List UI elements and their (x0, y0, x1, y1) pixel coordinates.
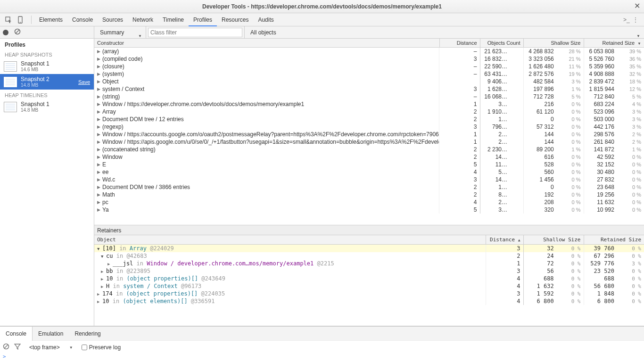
disclosure-icon[interactable]: ▶ (97, 162, 102, 167)
table-row[interactable]: ▶Array 2 1 9101 % 61 1200 % 523 0963 % (94, 108, 644, 115)
disclosure-icon[interactable]: ▶ (97, 292, 102, 296)
table-row[interactable]: ▶Wd.c 3 140 % 1 4560 % 27 8320 % (94, 176, 644, 183)
constructor-table[interactable]: Constructor Distance Objects Count Shall… (94, 39, 644, 225)
class-filter-input[interactable] (148, 28, 242, 37)
retainers-table[interactable]: Object Distance ▲ Shallow Size Retained … (94, 235, 644, 326)
ret-col-distance[interactable]: Distance ▲ (486, 235, 523, 245)
retainer-row[interactable]: ▼[10] in Array @224029 3 320 % 39 7600 % (94, 245, 644, 253)
disclosure-icon[interactable]: ▶ (97, 140, 102, 144)
disclosure-icon[interactable]: ▶ (107, 262, 112, 266)
table-row[interactable]: ▶(compiled code) 3 16 83210 % 3 323 0562… (94, 55, 644, 63)
disclosure-icon[interactable]: ▶ (101, 277, 106, 281)
console-filter-icon[interactable] (14, 343, 21, 351)
table-row[interactable]: ▶Window / https://apis.google.com/u/0/se… (94, 138, 644, 146)
table-row[interactable]: ▶(regexp) 3 7960 % 57 3120 % 442 1763 % (94, 123, 644, 131)
table-row[interactable]: ▶(array) – 21 62313 % 4 268 83228 % 6 05… (94, 48, 644, 56)
table-row[interactable]: ▶(concatenated string) 2 2 2300 % 89 200… (94, 146, 644, 153)
snapshot-item[interactable]: Snapshot 1 14.6 MB (0, 58, 94, 74)
table-row[interactable]: ▶Math 2 80 % 1920 % 19 2560 % (94, 191, 644, 198)
tab-elements[interactable]: Elements (34, 13, 67, 26)
disclosure-icon[interactable]: ▶ (97, 117, 102, 122)
tab-network[interactable]: Network (128, 13, 158, 26)
disclosure-icon[interactable]: ▶ (97, 177, 102, 182)
table-row[interactable]: ▶pc 4 20 % 2080 % 11 6320 % (94, 198, 644, 206)
retainer-row[interactable]: ▶bb in @223895 3 560 % 23 5200 % (94, 267, 644, 275)
disclosure-icon[interactable]: ▶ (97, 102, 102, 107)
snapshot-item[interactable]: Snapshot 1 14.8 MB (0, 99, 94, 115)
disclosure-icon[interactable]: ▶ (97, 170, 102, 174)
ret-col-shallow[interactable]: Shallow Size (523, 235, 584, 245)
ret-col-retained[interactable]: Retained Size (584, 235, 644, 245)
disclosure-icon[interactable]: ▶ (97, 87, 102, 91)
disclosure-icon[interactable]: ▶ (97, 57, 102, 61)
col-constructor[interactable]: Constructor (94, 39, 439, 48)
close-icon[interactable]: ✕ (634, 1, 640, 10)
table-row[interactable]: ▶Window / https://developer.chrome.com/d… (94, 100, 644, 108)
table-row[interactable]: ▶Document DOM tree / 12 entries 2 10 % 0… (94, 115, 644, 123)
preserve-log[interactable]: Preserve log (82, 344, 121, 351)
snapshot-item[interactable]: Snapshot 2 14.8 MB Save (0, 74, 94, 90)
disclosure-icon[interactable]: ▶ (97, 147, 102, 152)
drawer-tab-rendering[interactable]: Rendering (69, 327, 106, 341)
disclosure-icon[interactable]: ▶ (101, 269, 106, 274)
disclosure-icon[interactable]: ▶ (97, 200, 102, 205)
retainer-row[interactable]: ▶H in system / Context @96173 4 1 6320 %… (94, 282, 644, 290)
objects-select[interactable]: All objects (244, 26, 644, 39)
device-icon[interactable] (16, 15, 25, 25)
disclosure-icon[interactable]: ▶ (97, 155, 102, 159)
clear-icon[interactable] (14, 28, 21, 36)
disclosure-icon[interactable]: ▼ (101, 254, 106, 259)
table-row[interactable]: ▶(string) – 16 06810 % 712 7285 % 712 84… (94, 93, 644, 100)
col-distance[interactable]: Distance (439, 39, 480, 48)
disclosure-icon[interactable]: ▶ (97, 132, 102, 137)
retainer-row[interactable]: ▼cu in @42683 2 240 % 67 2960 % (94, 252, 644, 260)
col-shallow-size[interactable]: Shallow Size (523, 39, 584, 48)
tab-sources[interactable]: Sources (98, 13, 128, 26)
frame-select[interactable]: <top frame> (25, 343, 77, 352)
drawer-toggle-icon[interactable]: >_ (623, 16, 631, 23)
table-row[interactable]: ▶system / Context 3 1 6281 % 197 8961 % … (94, 85, 644, 93)
col-retained-size[interactable]: Retained Size (584, 39, 644, 48)
table-row[interactable]: ▶Object 9 4066 % 482 5843 % 2 839 47218 … (94, 78, 644, 85)
disclosure-icon[interactable]: ▶ (97, 299, 102, 304)
disclosure-icon[interactable]: ▶ (97, 185, 102, 189)
disclosure-icon[interactable]: ▶ (97, 64, 102, 69)
retainer-row[interactable]: ▶10 in (object properties)[] @243649 4 6… (94, 275, 644, 282)
view-select[interactable]: Summary (94, 26, 146, 39)
tab-audits[interactable]: Audits (253, 13, 278, 26)
table-row[interactable]: ▶Window / https://accounts.google.com/o/… (94, 131, 644, 138)
table-row[interactable]: ▶(closure) – 22 59013 % 1 626 48011 % 5 … (94, 63, 644, 70)
disclosure-icon[interactable]: ▼ (97, 247, 102, 251)
disclosure-icon[interactable]: ▶ (97, 207, 102, 212)
record-button[interactable] (3, 30, 8, 35)
table-row[interactable]: ▶Document DOM tree / 3866 entries 2 10 %… (94, 183, 644, 191)
inspect-icon[interactable] (4, 15, 13, 25)
tab-timeline[interactable]: Timeline (158, 13, 189, 26)
retainer-row[interactable]: ▶___jsl in Window / developer.chrome.com… (94, 260, 644, 267)
disclosure-icon[interactable]: ▶ (97, 94, 102, 99)
table-row[interactable]: ▶Window 2 140 % 6160 % 42 5920 % (94, 153, 644, 161)
disclosure-icon[interactable]: ▶ (97, 49, 102, 54)
table-row[interactable]: ▶E 5 110 % 5280 % 32 1520 % (94, 161, 644, 168)
table-row[interactable]: ▶ee 4 50 % 5600 % 30 4800 % (94, 168, 644, 176)
disclosure-icon[interactable]: ▶ (97, 79, 102, 84)
console-prompt[interactable]: > (0, 354, 644, 362)
tab-resources[interactable]: Resources (217, 13, 253, 26)
preserve-log-checkbox[interactable] (82, 345, 87, 350)
save-link[interactable]: Save (78, 79, 90, 85)
console-clear-icon[interactable] (3, 343, 9, 351)
tab-profiles[interactable]: Profiles (189, 13, 217, 26)
settings-icon[interactable]: ⋮ (633, 16, 640, 23)
table-row[interactable]: ▶Ya 5 30 % 3200 % 10 9920 % (94, 206, 644, 214)
drawer-tab-console[interactable]: Console (0, 327, 33, 341)
disclosure-icon[interactable]: ▶ (97, 72, 102, 76)
disclosure-icon[interactable]: ▶ (97, 124, 102, 129)
drawer-tab-emulation[interactable]: Emulation (33, 327, 69, 341)
retainer-row[interactable]: ▶174 in (object properties)[] @224035 3 … (94, 290, 644, 297)
disclosure-icon[interactable]: ▶ (101, 284, 106, 289)
disclosure-icon[interactable]: ▶ (97, 192, 102, 197)
retainer-row[interactable]: ▶10 in (object elements)[] @336591 4 6 8… (94, 297, 644, 305)
col-objects-count[interactable]: Objects Count (480, 39, 523, 48)
tab-console[interactable]: Console (67, 13, 98, 26)
disclosure-icon[interactable]: ▶ (97, 109, 102, 114)
